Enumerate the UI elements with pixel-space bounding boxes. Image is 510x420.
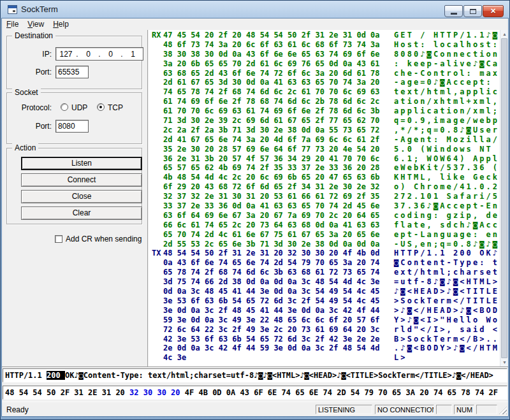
hex-bytes: 61 70 70 6c 69 63 61 74 69 6f 6e 2f 78 6… xyxy=(163,106,384,116)
terminal-row[interactable]: 38 30 38 30 0d 0a 43 6f 6e 6e 65 63 74 6… xyxy=(149,50,500,59)
terminal-row[interactable]: 0a 43 6f 6e 74 65 6e 74 2d 54 79 70 65 3… xyxy=(149,258,500,268)
terminal-row[interactable]: 36 2e 31 3b 20 57 4f 57 36 34 29 20 41 7… xyxy=(149,154,500,164)
resize-grip[interactable] xyxy=(499,407,507,414)
vertical-scrollbar[interactable]: ▲ ▼ xyxy=(500,30,508,366)
terminal-row[interactable]: 61 70 70 6c 69 63 61 74 69 6f 6e 2f 78 6… xyxy=(149,106,500,116)
add-cr-checkbox[interactable] xyxy=(55,235,62,243)
hex-bytes: 3e 53 6f 63 6b 54 65 72 6d 3c 2f 54 49 5… xyxy=(163,296,384,306)
terminal-row[interactable]: 0d 0a 3c 48 45 41 44 3e 0d 0a 3c 54 49 5… xyxy=(149,287,500,296)
ascii-text: coding: gzip, de xyxy=(394,211,499,221)
ascii-text: q=0.9,image/webp xyxy=(394,116,499,126)
terminal-row[interactable]: 42 3e 53 6f 63 6b 54 65 72 6d 3c 2f 42 3… xyxy=(149,335,500,344)
ascii-text: che-Control: max xyxy=(394,69,499,78)
terminal-row[interactable]: 48 6f 73 74 3a 20 6c 6f 63 61 6c 68 6f 7… xyxy=(149,40,500,50)
tcp-label[interactable]: TCP xyxy=(108,103,123,112)
terminal-row[interactable]: 59 3e 0d 0a 3c 49 3e 22 48 65 6c 6c 6f 2… xyxy=(149,315,500,325)
destination-port-label: Port: xyxy=(11,68,52,76)
clear-button[interactable]: Clear xyxy=(21,206,142,220)
hex-bytes: 2d 41 67 65 6e 74 3a 20 4d 6f 7a 69 6c 6… xyxy=(163,135,384,145)
hex-bytes: 65 70 74 2d 4c 61 6e 67 75 61 67 65 3a 2… xyxy=(163,230,384,240)
terminal-row[interactable]: 65 57 65 62 4b 69 74 2f 35 33 37 2e 33 3… xyxy=(149,163,500,173)
ascii-text: -Agent: Mozilla/ xyxy=(394,135,499,145)
terminal-row[interactable]: 65 70 74 2d 4c 61 6e 67 75 61 67 65 3a 2… xyxy=(149,230,500,240)
terminal-row[interactable]: 61 74 69 6f 6e 2f 78 68 74 6d 6c 2b 78 6… xyxy=(149,97,500,106)
ascii-text: ept-Language: en xyxy=(394,230,499,240)
terminal-row[interactable]: 32 37 32 2e 31 30 31 20 53 61 66 61 72 6… xyxy=(149,192,500,201)
connect-button[interactable]: Connect xyxy=(21,173,142,187)
maximize-button[interactable] xyxy=(463,5,482,17)
ascii-text: ,*/*;q=0.8♪◙User xyxy=(394,126,499,135)
ip-input[interactable]: 127 . 0 . 0 . 1 xyxy=(55,47,143,61)
hex-bytes: 36 2e 31 3b 20 57 4f 57 36 34 29 20 41 7… xyxy=(163,154,384,164)
udp-radio[interactable] xyxy=(61,103,68,111)
destination-port-input[interactable]: 65535 xyxy=(55,66,89,78)
hex-bytes: 63 68 65 2d 43 6f 6e 74 72 6f 6c 3a 20 6… xyxy=(163,69,384,78)
terminal-row[interactable]: 2c 2a 2f 2a 3b 71 3d 30 2e 38 0d 0a 55 7… xyxy=(149,126,500,135)
terminal-row[interactable]: RX47 45 54 20 2f 20 48 54 54 50 2f 31 2e… xyxy=(149,31,500,40)
hex-bytes: 65 57 65 62 4b 69 74 2f 35 33 37 2e 33 3… xyxy=(163,163,384,173)
menu-bar: File View Help xyxy=(2,18,508,30)
hex-bytes: 66 6c 61 74 65 2c 20 73 64 63 68 0d 0a 4… xyxy=(163,221,384,230)
client-area: File View Help Destination IP: 127 . 0 .… xyxy=(2,18,508,416)
scroll-up-icon[interactable]: ▲ xyxy=(500,30,508,38)
ip-octet-4: 1 xyxy=(123,50,143,59)
ascii-text: flate, sdch♪◙Acc xyxy=(394,221,499,230)
terminal-row[interactable]: 4c 3eL> xyxy=(149,353,500,363)
close-button[interactable]: ✕ xyxy=(483,5,504,17)
terminal-row[interactable]: 63 68 65 2d 43 6f 6e 74 72 6f 6c 3a 20 6… xyxy=(149,69,500,78)
close-icon: ✕ xyxy=(483,7,503,15)
udp-label[interactable]: UDP xyxy=(71,103,87,112)
scrollbar-thumb[interactable] xyxy=(501,38,507,358)
preview-text-line[interactable]: HTTP/1.1 200 OK♪◙Content-Type: text/html… xyxy=(3,368,507,382)
maximize-icon xyxy=(470,9,476,14)
ascii-text: 5.0 (Windows NT xyxy=(394,145,499,154)
terminal-row[interactable]: 3e 0d 0a 3c 2f 48 45 41 44 3e 0d 0a 3c 4… xyxy=(149,306,500,315)
ip-octet-1: 127 xyxy=(56,50,76,59)
preview-hex-selection: 32 30 30 20 xyxy=(129,388,180,397)
close-button[interactable]: Close xyxy=(21,190,142,203)
terminal-row[interactable]: 2e 0d 0a 3c 42 4f 44 59 3e 0d 0a 3c 2f 4… xyxy=(149,344,500,353)
terminal-rows: RX47 45 54 20 2f 20 48 54 54 50 2f 31 2e… xyxy=(149,31,500,363)
hex-bytes: 74 65 78 74 2f 68 74 6d 6c 2c 61 70 70 6… xyxy=(163,87,384,97)
hex-bytes: 71 3d 30 2e 39 2c 69 6d 61 67 65 2f 77 6… xyxy=(163,116,384,126)
terminal-row[interactable]: 2d 55 53 2c 65 6e 3b 71 3d 30 2e 38 0d 0… xyxy=(149,240,500,249)
ascii-text: : keep-alive♪◙Ca xyxy=(394,59,499,69)
menu-view[interactable]: View xyxy=(23,18,48,30)
listen-button[interactable]: Listen xyxy=(21,157,142,170)
terminal-row[interactable]: 66 6c 61 74 65 2c 20 73 64 63 68 0d 0a 4… xyxy=(149,221,500,230)
terminal-row[interactable]: TX48 54 54 50 2f 31 2e 31 20 32 30 30 20… xyxy=(149,249,500,258)
minimize-button[interactable] xyxy=(444,5,463,17)
terminal-row[interactable]: 74 65 78 74 2f 68 74 6d 6c 2c 61 70 70 6… xyxy=(149,87,500,97)
terminal-row[interactable]: 2d 41 67 65 6e 74 3a 20 4d 6f 7a 69 6c 6… xyxy=(149,135,500,145)
terminal-row[interactable]: 2d 61 67 65 3d 30 0d 0a 41 63 63 65 70 7… xyxy=(149,78,500,87)
terminal-row[interactable]: 33 37 2e 33 36 0d 0a 41 63 63 65 70 74 2… xyxy=(149,201,500,211)
title-bar[interactable]: SockTerm ✕ xyxy=(1,1,509,18)
hex-bytes: 3a 20 6b 65 65 70 2d 61 6c 69 76 65 0d 0… xyxy=(163,59,384,69)
ascii-text: 6.1; WOW64) Appl xyxy=(394,154,499,164)
app-icon xyxy=(8,5,17,14)
menu-help[interactable]: Help xyxy=(48,18,73,30)
terminal-row[interactable]: 63 6f 64 69 6e 67 3a 20 67 7a 69 70 2c 2… xyxy=(149,211,500,221)
action-group: Action ListenConnectCloseClear xyxy=(6,148,142,224)
terminal-row[interactable]: 35 2e 30 20 28 57 69 6e 64 6f 77 73 20 4… xyxy=(149,145,500,154)
ascii-text: ext/html;charset xyxy=(394,268,499,277)
minimize-icon xyxy=(451,13,457,15)
terminal-row[interactable]: 65 78 74 2f 68 74 6d 6c 3b 63 68 61 72 7… xyxy=(149,268,500,277)
add-cr-label[interactable]: Add CR when sending xyxy=(66,235,142,243)
scroll-down-icon[interactable]: ▼ xyxy=(500,358,508,366)
terminal-row[interactable]: 71 3d 30 2e 39 2c 69 6d 61 67 65 2f 77 6… xyxy=(149,116,500,126)
tcp-radio[interactable] xyxy=(97,103,105,111)
hex-bytes: 48 6f 73 74 3a 20 6c 6f 63 61 6c 68 6f 7… xyxy=(163,40,384,50)
terminal-row[interactable]: 3a 20 6b 65 65 70 2d 61 6c 69 76 65 0d 0… xyxy=(149,59,500,69)
terminal-row[interactable]: 3e 53 6f 63 6b 54 65 72 6d 3c 2f 54 49 5… xyxy=(149,296,500,306)
menu-file[interactable]: File xyxy=(2,18,23,30)
hex-terminal[interactable]: RX47 45 54 20 2f 20 48 54 54 50 2f 31 2e… xyxy=(149,30,508,366)
terminal-row[interactable]: 4b 48 54 4d 4c 2c 20 6c 69 6b 65 20 47 6… xyxy=(149,173,500,182)
terminal-row[interactable]: 72 6c 64 22 3c 2f 49 3e 2c 20 73 61 69 6… xyxy=(149,325,500,335)
socket-port-label: Port: xyxy=(11,122,52,131)
hex-bytes: 48 54 54 50 2f 31 2e 31 20 32 30 30 20 4… xyxy=(163,249,384,258)
terminal-row[interactable]: 3d 75 74 66 2d 38 0d 0a 0d 0a 3c 48 54 4… xyxy=(149,277,500,287)
terminal-row[interactable]: 6f 29 20 43 68 72 6f 6d 65 2f 34 31 2e 3… xyxy=(149,182,500,192)
preview-hex-line[interactable]: 48 54 54 50 2F 31 2E 31 20 32 30 30 20 4… xyxy=(3,386,507,400)
socket-port-input[interactable]: 8080 xyxy=(55,120,89,133)
